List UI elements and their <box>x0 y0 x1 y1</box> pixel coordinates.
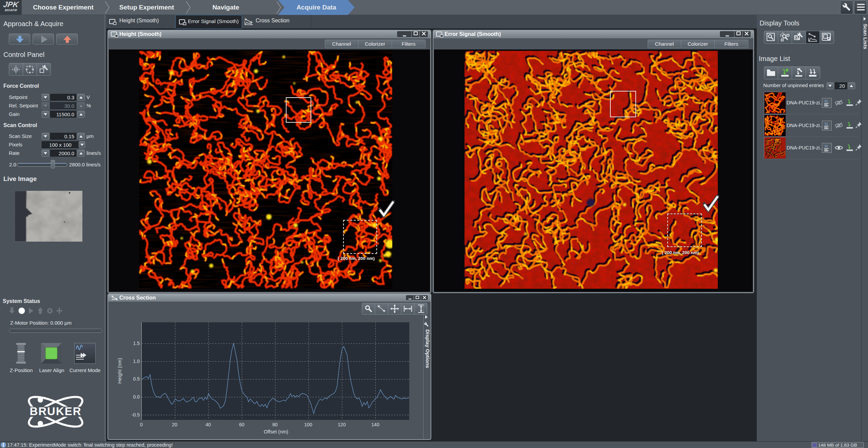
svg-text:BRUKER: BRUKER <box>29 405 81 418</box>
